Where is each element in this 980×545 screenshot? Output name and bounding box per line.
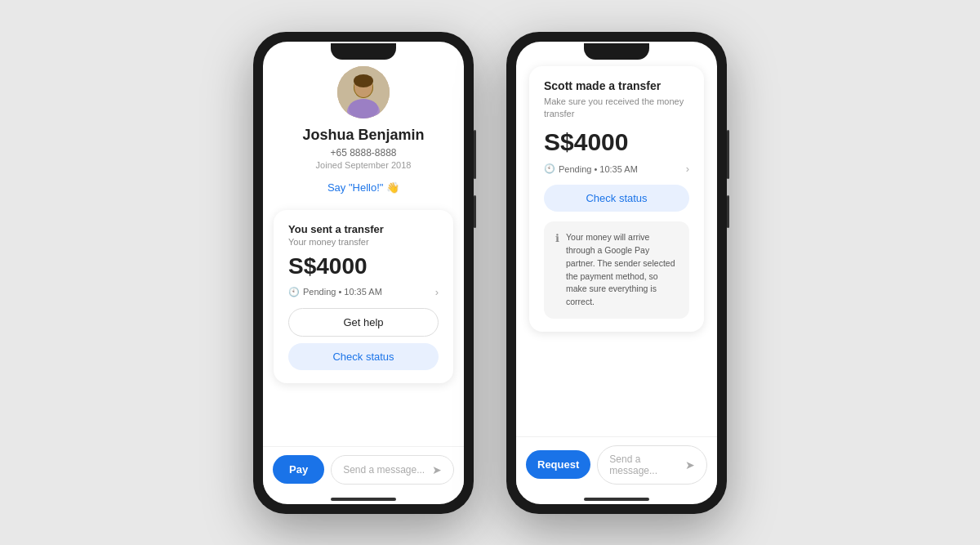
request-button[interactable]: Request (526, 450, 590, 479)
message-placeholder-2: Send a message... (609, 453, 685, 476)
phone2-notch (584, 43, 649, 60)
transfer-subtitle-2: Make sure you received the money transfe… (544, 96, 689, 121)
get-help-button[interactable]: Get help (288, 308, 439, 337)
phone2-side-button-2 (727, 195, 729, 228)
home-indicator-2 (584, 498, 649, 501)
phone-1: Joshua Benjamin +65 8888-8888 Joined Sep… (253, 32, 474, 514)
clock-icon-2: 🕙 (544, 163, 555, 174)
transfer-card-1: You sent a transfer Your money transfer … (274, 210, 453, 383)
transfer-status-row-1: 🕙 Pending • 10:35 AM › (288, 286, 439, 298)
status-text-2: Pending • 10:35 AM (559, 164, 638, 174)
contact-phone: +65 8888-8888 (330, 147, 396, 159)
transfer-card-2: Scott made a transfer Make sure you rece… (529, 66, 704, 332)
say-hello-link[interactable]: Say "Hello!" 👋 (327, 181, 399, 194)
send-icon-2[interactable]: ➤ (685, 458, 695, 471)
transfer-amount-2: S$4000 (544, 128, 689, 156)
status-left-2: 🕙 Pending • 10:35 AM (544, 163, 638, 174)
phone-2: Scott made a transfer Make sure you rece… (506, 32, 727, 514)
transfer-title-1: You sent a transfer (288, 223, 439, 235)
pay-button[interactable]: Pay (273, 455, 324, 484)
phone2-bottom-bar: Request Send a message... ➤ (516, 436, 717, 493)
check-status-button-2[interactable]: Check status (544, 185, 689, 212)
home-indicator-1 (331, 498, 396, 501)
side-button-2 (474, 195, 476, 228)
message-input-2[interactable]: Send a message... ➤ (597, 445, 707, 485)
transfer-subtitle-1: Your money transfer (288, 237, 439, 247)
check-status-button-1[interactable]: Check status (288, 343, 439, 370)
contact-name: Joshua Benjamin (302, 127, 424, 144)
phone2-side-button-1 (727, 130, 729, 179)
phone-notch (331, 43, 396, 60)
transfer-amount-1: S$4000 (288, 253, 439, 279)
avatar (337, 66, 390, 118)
chevron-right-icon-2[interactable]: › (686, 163, 689, 175)
info-text: Your money will arrive through a Google … (566, 231, 678, 309)
phone2-main-content: Scott made a transfer Make sure you rece… (516, 42, 717, 436)
side-button-1 (474, 130, 476, 179)
chevron-right-icon-1[interactable]: › (435, 286, 439, 298)
info-card: ℹ Your money will arrive through a Googl… (544, 221, 689, 319)
svg-point-5 (354, 74, 373, 87)
message-placeholder-1: Send a message... (343, 464, 425, 476)
contact-joined: Joined September 2018 (316, 160, 412, 170)
send-icon-1[interactable]: ➤ (432, 463, 442, 476)
transfer-title-2: Scott made a transfer (544, 79, 689, 92)
svg-point-6 (349, 99, 378, 118)
phone1-main-content: Joshua Benjamin +65 8888-8888 Joined Sep… (263, 42, 464, 446)
transfer-status-row-2: 🕙 Pending • 10:35 AM › (544, 163, 689, 175)
phone1-bottom-bar: Pay Send a message... ➤ (263, 446, 464, 493)
message-input-1[interactable]: Send a message... ➤ (331, 455, 454, 485)
clock-icon-1: 🕙 (288, 287, 300, 297)
info-icon: ℹ (555, 232, 559, 244)
status-text-1: Pending • 10:35 AM (303, 287, 382, 297)
status-left-1: 🕙 Pending • 10:35 AM (288, 287, 382, 297)
